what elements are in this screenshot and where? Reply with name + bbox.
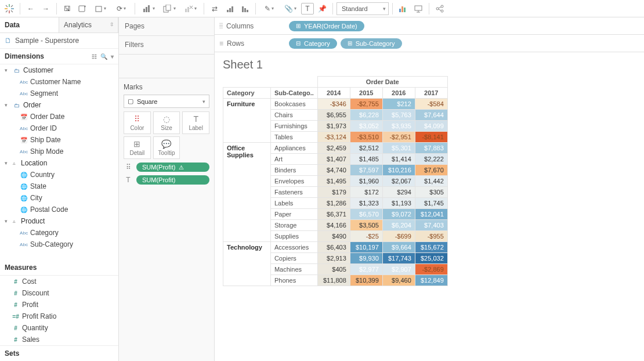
data-cell[interactable]: $4,099 — [415, 121, 447, 132]
tree-measure[interactable]: #Cost — [0, 276, 118, 287]
subcategory-cell[interactable]: Supplies — [270, 231, 317, 242]
attach-button[interactable]: 📎 — [280, 2, 300, 16]
tree-field[interactable]: AbcSegment — [0, 88, 118, 99]
marks-tooltip-button[interactable]: 💬Tooltip — [153, 136, 180, 159]
data-cell[interactable]: $405 — [317, 264, 350, 275]
data-cell[interactable]: -$2,755 — [350, 99, 382, 110]
filters-shelf[interactable]: Filters — [119, 36, 214, 55]
year-header[interactable]: 2016 — [382, 88, 415, 99]
data-cell[interactable]: $9,930 — [350, 253, 382, 264]
tree-measure[interactable]: #Profit — [0, 299, 118, 311]
data-cell[interactable]: $1,485 — [350, 154, 382, 165]
subcategory-cell[interactable]: Bookcases — [270, 99, 317, 110]
sort-desc-button[interactable] — [238, 2, 252, 16]
data-cell[interactable]: $6,955 — [317, 110, 350, 121]
tab-data[interactable]: Data — [0, 17, 59, 33]
tree-field[interactable]: AbcCustomer Name — [0, 76, 118, 88]
data-cell[interactable]: $12,849 — [415, 275, 447, 286]
data-cell[interactable]: $15,672 — [415, 242, 447, 253]
tree-group[interactable]: ▾▵Location — [0, 157, 118, 169]
marks-size-button[interactable]: ◌Size — [153, 111, 180, 134]
data-cell[interactable]: $179 — [317, 187, 350, 198]
data-cell[interactable]: $7,644 — [415, 110, 447, 121]
year-header[interactable]: 2015 — [350, 88, 382, 99]
data-cell[interactable]: $3,052 — [350, 121, 382, 132]
tree-field[interactable]: 🌐City — [0, 192, 118, 204]
data-cell[interactable]: $6,204 — [382, 220, 415, 231]
marks-pill-color[interactable]: SUM(Profit)⚠ — [136, 163, 209, 172]
tree-field[interactable]: 📅Ship Date — [0, 134, 118, 146]
data-cell[interactable]: -$346 — [317, 99, 350, 110]
marks-label-button[interactable]: TLabel — [182, 111, 209, 134]
tree-field[interactable]: 🌐State — [0, 180, 118, 192]
data-cell[interactable]: $305 — [415, 187, 447, 198]
category-cell[interactable]: Furniture — [223, 99, 271, 143]
sheet-title[interactable]: Sheet 1 — [223, 58, 636, 71]
data-cell[interactable]: $2,977 — [350, 264, 382, 275]
tree-group[interactable]: ▾🗀Order — [0, 99, 118, 111]
data-cell[interactable]: $7,597 — [350, 165, 382, 176]
data-cell[interactable]: $2,512 — [350, 143, 382, 154]
columns-shelf[interactable]: ⦙⦙⦙Columns ⊞YEAR(Order Date) — [215, 17, 644, 35]
tree-field[interactable]: AbcShip Mode — [0, 146, 118, 157]
data-cell[interactable]: -$584 — [415, 99, 447, 110]
data-cell[interactable]: -$3,124 — [317, 132, 350, 143]
data-cell[interactable]: $2,222 — [415, 154, 447, 165]
data-cell[interactable]: $1,960 — [350, 176, 382, 187]
tree-measure[interactable]: =#Profit Ratio — [0, 311, 118, 322]
data-cell[interactable]: $1,407 — [317, 154, 350, 165]
category-cell[interactable]: Technology — [223, 242, 271, 286]
data-cell[interactable]: $4,166 — [317, 220, 350, 231]
data-cell[interactable]: $1,414 — [382, 154, 415, 165]
show-me-button[interactable] — [396, 2, 410, 16]
redo-button[interactable]: → — [39, 2, 53, 16]
data-cell[interactable]: -$8,141 — [415, 132, 447, 143]
data-cell[interactable]: -$955 — [415, 231, 447, 242]
data-cell[interactable]: $6,371 — [317, 209, 350, 220]
swap-button[interactable]: ⇄ — [208, 2, 222, 16]
data-cell[interactable]: -$699 — [382, 231, 415, 242]
data-cell[interactable]: $5,763 — [382, 110, 415, 121]
run-update-button[interactable]: ⟳ — [111, 2, 131, 16]
data-cell[interactable]: $1,745 — [415, 198, 447, 209]
data-cell[interactable]: $1,442 — [415, 176, 447, 187]
fit-mode-select[interactable]: Standard — [337, 2, 389, 15]
subcategory-cell[interactable]: Paper — [270, 209, 317, 220]
duplicate-button[interactable] — [160, 2, 179, 16]
data-cell[interactable]: $7,670 — [415, 165, 447, 176]
rows-pill-subcategory[interactable]: ⊞Sub-Category — [341, 38, 402, 49]
data-cell[interactable]: $7,403 — [415, 220, 447, 231]
highlight-button[interactable]: ✎ — [259, 2, 279, 16]
data-cell[interactable]: $4,740 — [317, 165, 350, 176]
marks-pill-label[interactable]: SUM(Profit) — [136, 175, 209, 185]
tree-field[interactable]: 🌐Postal Code — [0, 204, 118, 215]
data-cell[interactable]: $1,323 — [350, 198, 382, 209]
data-source-item[interactable]: 🗋 Sample - Superstore — [0, 33, 118, 49]
new-worksheet-button[interactable] — [139, 2, 158, 16]
data-cell[interactable]: -$3,510 — [350, 132, 382, 143]
tree-measure[interactable]: #Quantity — [0, 322, 118, 334]
data-cell[interactable]: $12,041 — [415, 209, 447, 220]
data-cell[interactable]: $6,403 — [317, 242, 350, 253]
data-cell[interactable]: $9,460 — [382, 275, 415, 286]
tree-measure[interactable]: #Discount — [0, 287, 118, 299]
data-cell[interactable]: $1,286 — [317, 198, 350, 209]
year-header[interactable]: 2014 — [317, 88, 350, 99]
data-cell[interactable]: $10,399 — [350, 275, 382, 286]
data-cell[interactable]: $2,067 — [382, 176, 415, 187]
tree-field[interactable]: 📅Order Date — [0, 111, 118, 122]
save-button[interactable]: 🖫 — [60, 2, 74, 16]
undo-button[interactable]: ← — [24, 2, 38, 16]
pin-button[interactable]: 📌 — [315, 2, 329, 16]
subcategory-cell[interactable]: Storage — [270, 220, 317, 231]
data-cell[interactable]: $294 — [382, 187, 415, 198]
tree-field[interactable]: 🌐Country — [0, 169, 118, 180]
data-cell[interactable]: -$2,951 — [382, 132, 415, 143]
subcategory-cell[interactable]: Appliances — [270, 143, 317, 154]
tree-group[interactable]: ▾🗀Customer — [0, 64, 118, 76]
category-cell[interactable]: OfficeSupplies — [223, 143, 271, 242]
subcategory-cell[interactable]: Binders — [270, 165, 317, 176]
data-cell[interactable]: -$25 — [350, 231, 382, 242]
subcategory-cell[interactable]: Accessories — [270, 242, 317, 253]
clear-button[interactable] — [180, 2, 200, 16]
